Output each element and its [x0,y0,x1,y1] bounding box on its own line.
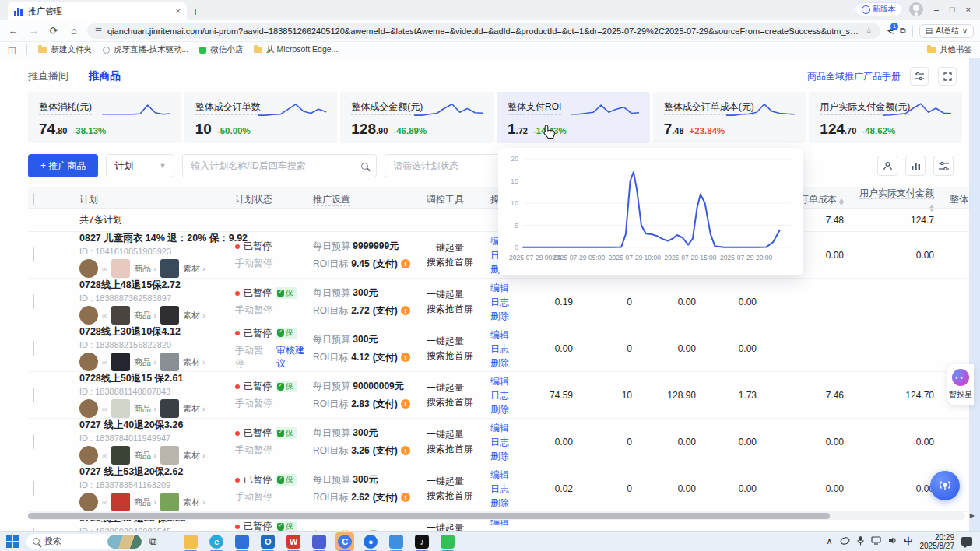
log-link[interactable]: 日志 [490,342,525,356]
task-view-button[interactable]: ⧉ [149,535,156,548]
product-thumbnail[interactable] [111,306,130,325]
taskbar-app-wps-office[interactable]: W [284,532,303,551]
column-settings-button[interactable] [933,156,954,176]
search-top-link[interactable]: 搜索抢首屏 [427,349,490,363]
new-version-badge[interactable]: !新版本 [855,2,903,16]
volume-icon[interactable] [888,536,897,546]
stat-card[interactable]: 整体成交订单成本(元) 7.48 +23.84% [653,92,806,143]
taskbar-app-app-circle-blue[interactable]: ● [361,532,380,551]
edit-link[interactable]: 编辑 [490,281,525,295]
material-link[interactable]: 素材 › [183,356,205,368]
bookmark-item[interactable]: 微信小店 [199,44,243,55]
taskbar-app-app-blue[interactable] [310,532,328,551]
one-key-boost-link[interactable]: 一键起量 [427,381,490,395]
one-key-boost-link[interactable]: 一键起量 [427,240,490,255]
plan-type-select[interactable]: 计划▼ [106,154,174,177]
search-top-link[interactable]: 搜索抢首屏 [427,302,490,317]
browser-tab[interactable]: 推广管理 × [8,2,187,20]
search-top-link[interactable]: 搜索抢首屏 [427,395,490,410]
new-tab-button[interactable]: + [187,3,204,20]
material-link[interactable]: 素材 › [183,263,205,275]
network-icon[interactable] [871,536,881,546]
one-key-boost-link[interactable]: 一键起量 [427,334,490,349]
stat-card[interactable]: 整体消耗(元) 74.80 -38.13% [28,92,181,143]
audience-button[interactable] [877,156,897,176]
product-link[interactable]: 商品 › [134,356,156,368]
maximize-button[interactable]: □ [950,5,955,14]
side-panel-icon[interactable]: ◫ [8,45,16,55]
product-link[interactable]: 商品 › [134,263,156,275]
delete-link[interactable]: 删除 [490,356,525,370]
row-checkbox[interactable] [33,388,34,402]
row-checkbox[interactable] [33,341,34,356]
ai-assistant-widget[interactable]: 智投星 [947,364,974,405]
material-link[interactable]: 素材 › [183,497,205,508]
select-all-checkbox[interactable] [33,193,34,205]
material-link[interactable]: 素材 › [183,403,205,415]
support-float-button[interactable] [930,471,960,500]
edit-link[interactable]: 编辑 [490,421,525,435]
bookmark-item[interactable]: 虎牙直播-技术驱动... [103,44,188,55]
review-suggestion-link[interactable]: 审核建议 [276,344,313,370]
sort-icon[interactable] [839,198,844,205]
plan-title[interactable]: 0827 儿童雨衣 14% 退：20% 保：9.92 [79,232,235,245]
row-checkbox[interactable] [33,528,34,532]
other-bookmarks[interactable]: 其他书签 [927,44,972,55]
promote-product-button[interactable]: + 推广商品 [28,154,98,177]
material-thumbnail[interactable] [160,259,179,278]
stat-card[interactable]: 整体成交金额(元) 128.90 -46.89% [340,92,494,143]
delete-link[interactable]: 删除 [490,309,525,323]
touchpad-icon[interactable] [840,537,850,546]
one-key-boost-link[interactable]: 一键起量 [427,521,490,532]
plan-title[interactable]: 0728线上50退15 保2.61 [79,372,235,385]
taskbar-search[interactable]: 搜索 [26,534,143,549]
log-link[interactable]: 日志 [490,482,525,496]
material-link[interactable]: 素材 › [183,310,205,321]
stat-card[interactable]: 整体成交订单数 10 -50.00% [184,92,338,143]
horizontal-scrollbar[interactable]: ▶ [28,512,965,520]
delete-link[interactable]: 删除 [490,449,525,463]
product-thumbnail[interactable] [111,259,130,278]
scrollbar-thumb[interactable] [28,513,830,519]
plan-title[interactable]: 0727 线上40退20保3.26 [79,419,235,432]
plan-title[interactable]: 0728线上30退10保4.12 [79,325,235,339]
delete-link[interactable]: 删除 [490,402,525,416]
row-checkbox[interactable] [33,481,34,496]
row-checkbox[interactable] [33,294,34,309]
one-key-boost-link[interactable]: 一键起量 [427,474,490,489]
row-checkbox[interactable] [33,247,34,262]
product-thumbnail[interactable] [111,493,130,511]
plan-title[interactable]: 0727 线上53退20保2.62 [79,465,235,479]
plan-search-input[interactable] [191,160,355,171]
taskbar-app-app-mobile[interactable] [387,532,406,551]
material-thumbnail[interactable] [160,306,179,325]
taskbar-app-wechat[interactable] [438,532,457,551]
stat-card[interactable]: 用户实际支付金额(元) 124.70 -48.62% [809,92,962,143]
product-thumbnail[interactable] [111,446,130,465]
home-icon[interactable]: ⌂ [67,25,81,37]
material-link[interactable]: 素材 › [183,450,205,462]
product-link[interactable]: 商品 › [134,450,156,462]
tab-product[interactable]: 推商品 [89,69,121,83]
product-thumbnail[interactable] [111,353,130,371]
product-thumbnail[interactable] [111,399,130,418]
forward-icon[interactable]: → [26,25,40,37]
search-top-link[interactable]: 搜索抢首屏 [427,255,490,270]
material-thumbnail[interactable] [160,353,179,371]
log-link[interactable]: 日志 [490,388,525,402]
taskbar-clock[interactable]: 20:292025/8/27 [920,533,955,550]
log-link[interactable]: 日志 [490,435,525,449]
material-thumbnail[interactable] [160,446,179,465]
search-icon[interactable] [361,163,368,170]
taskbar-app-douyin[interactable]: ♪ [413,532,431,551]
chart-view-button[interactable] [905,156,926,176]
url-input[interactable]: ☰ qianchuan.jinritemai.com/uni-prom?aavi… [87,23,880,39]
product-link[interactable]: 商品 › [134,310,156,321]
close-window-button[interactable]: × [966,5,971,14]
tab-live-room[interactable]: 推直播间 [28,69,68,83]
ime-indicator[interactable]: 中 [904,535,913,547]
reload-icon[interactable]: ⟳ [47,25,61,37]
one-key-boost-link[interactable]: 一键起量 [427,287,490,302]
edit-link[interactable]: 编辑 [490,468,525,482]
search-top-link[interactable]: 搜索抢首屏 [427,489,490,504]
